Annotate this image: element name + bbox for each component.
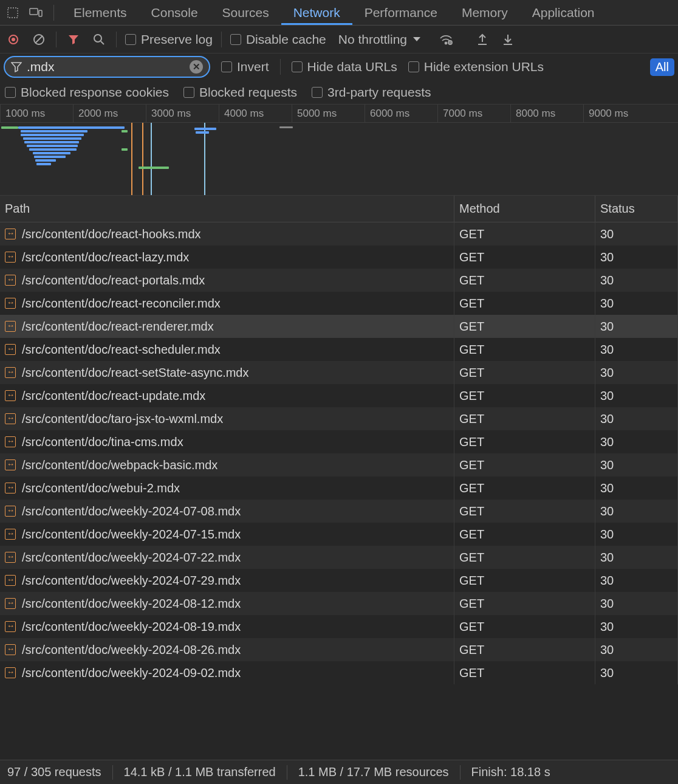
table-row[interactable]: /src/content/doc/react-reconciler.mdxGET… bbox=[0, 292, 678, 315]
table-row[interactable]: /src/content/doc/weekly-2024-07-22.mdxGE… bbox=[0, 546, 678, 569]
request-method: GET bbox=[454, 222, 595, 246]
status-transferred: 14.1 kB / 1.1 MB transferred bbox=[124, 765, 276, 779]
table-row[interactable]: /src/content/doc/react-renderer.mdxGET30 bbox=[0, 315, 678, 338]
svg-rect-1 bbox=[30, 9, 38, 15]
filter-bar-2: Blocked response cookies Blocked request… bbox=[0, 80, 678, 105]
request-method: GET bbox=[454, 246, 595, 269]
blocked-cookies-checkbox[interactable]: Blocked response cookies bbox=[5, 85, 169, 100]
search-icon[interactable] bbox=[91, 31, 108, 48]
request-path: /src/content/doc/weekly-2024-07-22.mdx bbox=[22, 551, 241, 565]
request-path: /src/content/doc/react-lazy.mdx bbox=[22, 250, 189, 264]
fetch-icon bbox=[5, 436, 16, 447]
request-status: 30 bbox=[595, 569, 678, 592]
clear-filter-icon[interactable]: ✕ bbox=[190, 60, 203, 74]
table-row[interactable]: /src/content/doc/react-lazy.mdxGET30 bbox=[0, 246, 678, 269]
funnel-icon bbox=[11, 61, 22, 72]
fetch-icon bbox=[5, 506, 16, 517]
inspect-icon[interactable] bbox=[2, 4, 23, 22]
table-row[interactable]: /src/content/doc/taro-jsx-to-wxml.mdxGET… bbox=[0, 407, 678, 430]
throttling-select[interactable]: No throttling bbox=[338, 32, 420, 47]
status-bar: 97 / 305 requests 14.1 kB / 1.1 MB trans… bbox=[0, 760, 678, 784]
tab-performance[interactable]: Performance bbox=[352, 0, 450, 25]
fetch-icon bbox=[5, 529, 16, 540]
col-method[interactable]: Method bbox=[454, 196, 595, 222]
blocked-requests-checkbox[interactable]: Blocked requests bbox=[183, 85, 297, 100]
table-row[interactable]: /src/content/doc/weekly-2024-07-15.mdxGE… bbox=[0, 523, 678, 546]
chevron-down-icon bbox=[413, 37, 420, 41]
fetch-icon bbox=[5, 459, 16, 470]
fetch-icon bbox=[5, 229, 16, 239]
table-row[interactable]: /src/content/doc/weekly-2024-08-26.mdxGE… bbox=[0, 638, 678, 661]
waterfall bbox=[0, 123, 678, 196]
table-row[interactable]: /src/content/doc/react-portals.mdxGET30 bbox=[0, 269, 678, 292]
table-row[interactable]: /src/content/doc/weekly-2024-07-08.mdxGE… bbox=[0, 500, 678, 523]
table-row[interactable]: /src/content/doc/weekly-2024-08-12.mdxGE… bbox=[0, 592, 678, 615]
request-path: /src/content/doc/react-renderer.mdx bbox=[22, 320, 214, 334]
import-har-icon[interactable] bbox=[499, 31, 516, 48]
col-status[interactable]: Status bbox=[595, 196, 678, 222]
third-party-checkbox[interactable]: 3rd-party requests bbox=[312, 85, 431, 100]
table-row[interactable]: /src/content/doc/webui-2.mdxGET30 bbox=[0, 476, 678, 500]
disable-cache-checkbox[interactable]: Disable cache bbox=[230, 32, 326, 47]
request-method: GET bbox=[454, 476, 595, 500]
request-method: GET bbox=[454, 269, 595, 292]
svg-point-4 bbox=[12, 38, 15, 41]
clear-icon[interactable] bbox=[30, 31, 47, 48]
network-conditions-icon[interactable] bbox=[437, 31, 454, 48]
hide-data-urls-label: Hide data URLs bbox=[307, 60, 397, 74]
table-row[interactable]: /src/content/doc/weekly-2024-09-02.mdxGE… bbox=[0, 661, 678, 684]
invert-filter-checkbox[interactable]: Invert bbox=[221, 60, 269, 74]
fetch-icon bbox=[5, 621, 16, 632]
request-path: /src/content/doc/tina-cms.mdx bbox=[22, 435, 183, 449]
table-row[interactable]: /src/content/doc/react-scheduler.mdxGET3… bbox=[0, 338, 678, 361]
network-timeline[interactable]: 1000 ms2000 ms3000 ms4000 ms5000 ms6000 … bbox=[0, 105, 678, 196]
device-toolbar-icon[interactable] bbox=[26, 4, 46, 22]
separator bbox=[112, 765, 113, 780]
table-row[interactable]: /src/content/doc/webpack-basic.mdxGET30 bbox=[0, 453, 678, 476]
network-table-body[interactable]: /src/content/doc/react-hooks.mdxGET30/sr… bbox=[0, 222, 678, 760]
tab-sources[interactable]: Sources bbox=[210, 0, 281, 25]
request-status: 30 bbox=[595, 592, 678, 615]
request-method: GET bbox=[454, 453, 595, 476]
filter-input[interactable]: .mdx ✕ bbox=[4, 56, 210, 78]
tab-elements[interactable]: Elements bbox=[61, 0, 139, 25]
table-row[interactable]: /src/content/doc/react-update.mdxGET30 bbox=[0, 384, 678, 407]
tab-network[interactable]: Network bbox=[281, 0, 352, 25]
tab-application[interactable]: Application bbox=[520, 0, 607, 25]
table-row[interactable]: /src/content/doc/tina-cms.mdxGET30 bbox=[0, 430, 678, 453]
separator bbox=[53, 5, 54, 21]
fetch-icon bbox=[5, 275, 16, 286]
table-row[interactable]: /src/content/doc/weekly-2024-07-29.mdxGE… bbox=[0, 569, 678, 592]
tab-console[interactable]: Console bbox=[139, 0, 210, 25]
timeline-tick: 7000 ms bbox=[437, 105, 510, 122]
request-method: GET bbox=[454, 338, 595, 361]
separator bbox=[116, 32, 117, 47]
request-path: /src/content/doc/react-setState-async.md… bbox=[22, 366, 249, 380]
request-status: 30 bbox=[595, 246, 678, 269]
request-status: 30 bbox=[595, 615, 678, 638]
request-path: /src/content/doc/weekly-2024-07-15.mdx bbox=[22, 528, 241, 542]
request-status: 30 bbox=[595, 315, 678, 338]
table-row[interactable]: /src/content/doc/weekly-2024-08-19.mdxGE… bbox=[0, 615, 678, 638]
tab-memory[interactable]: Memory bbox=[450, 0, 520, 25]
timeline-tick: 1000 ms bbox=[0, 105, 73, 122]
request-method: GET bbox=[454, 661, 595, 684]
table-row[interactable]: /src/content/doc/react-hooks.mdxGET30 bbox=[0, 222, 678, 246]
preserve-log-checkbox[interactable]: Preserve log bbox=[125, 32, 213, 47]
hide-extension-urls-checkbox[interactable]: Hide extension URLs bbox=[408, 60, 544, 74]
request-path: /src/content/doc/weekly-2024-07-08.mdx bbox=[22, 504, 241, 518]
record-icon[interactable] bbox=[5, 31, 22, 48]
status-requests: 97 / 305 requests bbox=[7, 765, 101, 779]
network-table-header: Path Method Status bbox=[0, 196, 678, 222]
col-path[interactable]: Path bbox=[0, 196, 454, 222]
type-filter-all[interactable]: All bbox=[650, 58, 674, 76]
table-row[interactable]: /src/content/doc/react-setState-async.md… bbox=[0, 361, 678, 384]
svg-rect-0 bbox=[8, 8, 18, 18]
svg-point-7 bbox=[94, 35, 101, 42]
timeline-tick: 5000 ms bbox=[292, 105, 365, 122]
export-har-icon[interactable] bbox=[474, 31, 491, 48]
hide-data-urls-checkbox[interactable]: Hide data URLs bbox=[292, 60, 397, 74]
filter-icon[interactable] bbox=[65, 31, 82, 48]
request-status: 30 bbox=[595, 222, 678, 246]
separator bbox=[287, 765, 287, 780]
